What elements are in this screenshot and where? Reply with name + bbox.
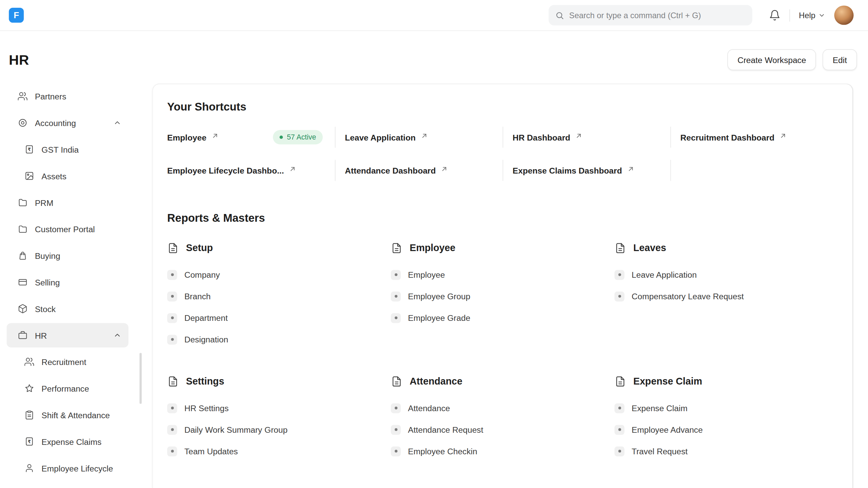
arrow-up-right-icon <box>627 165 634 173</box>
shortcuts-title: Your Shortcuts <box>167 101 838 114</box>
link-team-updates[interactable]: Team Updates <box>167 440 391 462</box>
sidebar-item-expense-claims[interactable]: Expense Claims <box>7 429 128 454</box>
file-icon <box>391 242 402 254</box>
shortcut-hr-dashboard[interactable]: HR Dashboard <box>503 127 670 148</box>
sections-grid: Setup Company Branch Department Designat… <box>167 242 838 462</box>
shortcut-label: Employee <box>167 132 206 142</box>
link-daily-work-summary-group[interactable]: Daily Work Summary Group <box>167 419 391 440</box>
link-travel-request[interactable]: Travel Request <box>614 440 838 462</box>
bullet-icon <box>167 446 177 456</box>
link-branch[interactable]: Branch <box>167 285 391 307</box>
help-button[interactable]: Help <box>799 11 826 20</box>
sidebar-item-recruitment[interactable]: Recruitment <box>7 349 128 374</box>
shortcut-leave-application[interactable]: Leave Application <box>335 127 502 148</box>
link-label: Employee Grade <box>408 313 470 323</box>
search-input[interactable] <box>569 11 746 20</box>
sidebar-item-performance[interactable]: Performance <box>7 376 128 400</box>
sidebar-item-label: Buying <box>35 251 60 260</box>
link-attendance[interactable]: Attendance <box>391 397 614 419</box>
chevron-up-icon[interactable] <box>113 118 122 127</box>
link-department[interactable]: Department <box>167 307 391 329</box>
link-attendance-request[interactable]: Attendance Request <box>391 419 614 440</box>
clipboard-icon <box>24 410 34 420</box>
sidebar-item-label: Partners <box>35 92 66 101</box>
sidebar-item-buying[interactable]: Buying <box>7 243 128 268</box>
sidebar-item-employee-lifecycle[interactable]: Employee Lifecycle <box>7 456 128 480</box>
star-icon <box>24 384 34 394</box>
sidebar-item-stock[interactable]: Stock <box>7 297 128 321</box>
sidebar-item-partners[interactable]: Partners <box>7 84 128 109</box>
shortcut-expense-claims-dashboard[interactable]: Expense Claims Dashboard <box>503 160 670 181</box>
shortcut-label: Attendance Dashboard <box>345 166 436 175</box>
sidebar-item-selling[interactable]: Selling <box>7 270 128 294</box>
chevron-down-icon <box>818 11 825 19</box>
link-designation[interactable]: Designation <box>167 329 391 350</box>
link-leave-application[interactable]: Leave Application <box>614 264 838 285</box>
shortcut-employee-lifecycle-dashboard[interactable]: Employee Lifecycle Dashbo... <box>167 160 335 181</box>
section-settings: Settings HR Settings Daily Work Summary … <box>167 376 391 462</box>
sidebar-item-label: Recruitment <box>41 357 86 367</box>
link-expense-claim[interactable]: Expense Claim <box>614 397 838 419</box>
link-employee-advance[interactable]: Employee Advance <box>614 419 838 440</box>
notifications-button[interactable] <box>769 9 780 21</box>
arrow-up-right-icon <box>211 132 219 139</box>
section-title: Expense Claim <box>633 376 702 387</box>
shopping-bag-icon <box>18 251 28 261</box>
section-header: Employee <box>391 242 614 254</box>
link-company[interactable]: Company <box>167 264 391 285</box>
bullet-icon <box>614 291 625 301</box>
section-header: Leaves <box>614 242 838 254</box>
link-label: Employee Checkin <box>408 447 477 456</box>
workspace-sidebar: Partners Accounting GST India Assets PRM <box>0 84 153 483</box>
sidebar-item-customer-portal[interactable]: Customer Portal <box>7 217 128 241</box>
link-label: Daily Work Summary Group <box>184 425 288 434</box>
link-label: Department <box>184 313 228 323</box>
sidebar-item-accounting[interactable]: Accounting <box>7 111 128 135</box>
sidebar-item-assets[interactable]: Assets <box>7 164 128 188</box>
link-label: Attendance Request <box>408 425 483 434</box>
sidebar-item-label: HR <box>35 331 47 340</box>
file-icon <box>614 242 626 254</box>
section-header: Settings <box>167 376 391 387</box>
image-icon <box>24 171 34 181</box>
frappe-logo[interactable]: F <box>9 8 24 23</box>
sidebar-item-prm[interactable]: PRM <box>7 190 128 215</box>
person-icon <box>24 463 34 473</box>
sidebar-scrollbar[interactable] <box>140 353 142 404</box>
global-search[interactable] <box>549 5 752 26</box>
bullet-icon <box>167 425 177 435</box>
topbar-right: Help <box>769 5 853 25</box>
edit-button[interactable]: Edit <box>823 49 857 70</box>
chevron-up-icon[interactable] <box>113 331 122 340</box>
create-workspace-button[interactable]: Create Workspace <box>727 49 816 70</box>
link-employee-checkin[interactable]: Employee Checkin <box>391 440 614 462</box>
link-employee[interactable]: Employee <box>391 264 614 285</box>
shortcut-employee[interactable]: Employee 57 Active <box>167 127 335 148</box>
sidebar-item-label: Expense Claims <box>41 437 102 446</box>
sidebar-item-shift-attendance[interactable]: Shift & Attendance <box>7 403 128 427</box>
help-label: Help <box>799 11 815 20</box>
link-label: Designation <box>184 335 228 344</box>
link-employee-grade[interactable]: Employee Grade <box>391 307 614 329</box>
arrow-up-right-icon <box>441 165 448 173</box>
shortcut-recruitment-dashboard[interactable]: Recruitment Dashboard <box>670 127 838 148</box>
sidebar-item-gst-india[interactable]: GST India <box>7 137 128 161</box>
shortcut-empty-cell <box>670 160 838 181</box>
sidebar-item-hr[interactable]: HR <box>7 323 128 347</box>
main-content: Your Shortcuts Employee 57 Active Leave … <box>153 84 852 488</box>
shortcut-label: Employee Lifecycle Dashbo... <box>167 166 284 175</box>
topbar-divider <box>789 9 790 21</box>
link-employee-group[interactable]: Employee Group <box>391 285 614 307</box>
shortcut-attendance-dashboard[interactable]: Attendance Dashboard <box>335 160 502 181</box>
link-label: Expense Claim <box>632 403 688 413</box>
link-hr-settings[interactable]: HR Settings <box>167 397 391 419</box>
bullet-icon <box>391 291 401 301</box>
section-title: Settings <box>186 376 224 387</box>
user-avatar[interactable] <box>834 5 853 25</box>
file-icon <box>167 376 179 387</box>
link-compensatory-leave-request[interactable]: Compensatory Leave Request <box>614 285 838 307</box>
reports-masters-title: Reports & Masters <box>167 212 838 225</box>
people-icon <box>24 357 34 367</box>
bullet-icon <box>614 270 625 280</box>
file-icon <box>614 376 626 387</box>
